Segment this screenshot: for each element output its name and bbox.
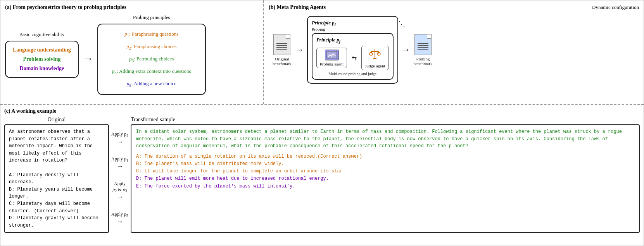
original-benchmark-icon: Originalbenchmark	[273, 34, 292, 66]
nested-dots: ⋱	[398, 20, 405, 28]
working-example-container: Original An astronomer observes that a p…	[4, 117, 640, 233]
principle-pi-label: Principle pi	[312, 20, 394, 27]
principle-5: p5: Adding a new choice	[127, 79, 176, 89]
principle-4: p4: Adding extra context into questions	[112, 67, 191, 76]
cognitive-item-2: Domain knowledge	[20, 65, 64, 72]
apply-p4-text: Apply p4	[111, 131, 128, 138]
answer-c: C: It will take longer for the planet to…	[136, 168, 634, 175]
answer-a: A: The duration of a single rotation on …	[136, 153, 634, 160]
part-c-container: (c) A working example Original An astron…	[4, 108, 640, 243]
cognitive-item-0: Language understanding	[13, 47, 71, 53]
meta-probing-container: Principle pi Probing Principle pj	[307, 16, 398, 84]
doc-lines	[274, 37, 290, 52]
transformed-question: In a distant solar system, astronomers d…	[136, 128, 634, 150]
part-b-header: (b) Meta Probing Agents Dynamic configur…	[269, 4, 639, 14]
original-text: An astronomer observes that a planet rot…	[9, 128, 104, 229]
doc-line-4	[276, 49, 287, 50]
principles-box: p1: Paraphrasing questions p2: Paraphras…	[97, 24, 206, 95]
dynamic-config-label: Dynamic configuration	[592, 4, 639, 10]
probing-doc-line-4	[418, 49, 428, 50]
probing-doc-shape	[414, 34, 432, 55]
probing-benchmark-label: Probingbenchmark	[414, 57, 433, 66]
arrows-column: Apply p4 → Apply p1 → Applyp2 & p3 → App…	[109, 117, 131, 233]
cognitive-label: Basic cognitive ability	[19, 31, 64, 38]
original-benchmark-label: Originalbenchmark	[273, 57, 292, 66]
original-label: Original	[48, 117, 66, 123]
answer-d: D: The planet will emit more heat due to…	[136, 175, 634, 182]
part-b: (b) Meta Probing Agents Dynamic configur…	[264, 0, 644, 104]
original-box: An astronomer observes that a planet rot…	[4, 124, 109, 233]
apply-p23-arrow: Applyp2 & p3 →	[112, 181, 127, 201]
original-doc-shape	[273, 34, 290, 55]
top-section: (a) From psychometrics theory to probing…	[0, 0, 644, 105]
principle-2: p2: Paraphrasing choices	[126, 42, 176, 52]
transformed-label: Transformed sample	[131, 117, 640, 123]
transformed-column: Transformed sample In a distant solar sy…	[131, 117, 640, 233]
answer-b: B: The planet's mass will be distributed…	[136, 160, 634, 168]
probing-agent-label: Probing agent	[320, 62, 344, 66]
part-a-title: (a) From psychometrics theory to probing…	[5, 4, 259, 10]
probing-doc-lines	[415, 37, 431, 52]
probing-doc-line-1	[418, 43, 428, 44]
multi-round-label: Multi-round probing and judge	[316, 72, 389, 76]
apply-p4-arrow: Apply p4 →	[111, 131, 128, 146]
probing-agent-box: Probing agent	[316, 48, 347, 68]
original-column: Original An astronomer observes that a p…	[4, 117, 109, 233]
arrow-to-principles: →	[83, 52, 93, 65]
cognitive-column: Basic cognitive ability Language underst…	[5, 31, 79, 78]
arrow-to-probing-benchmark: →	[401, 45, 411, 55]
arrow-to-meta: →	[295, 45, 304, 55]
doc-line-3	[276, 47, 287, 48]
principle-3: p3: Permuting choices	[129, 55, 174, 64]
principle-inner-box: Principle pj Probing age	[312, 33, 394, 80]
apply-p4-symbol: →	[116, 138, 123, 146]
cognitive-item-1: Problem solving	[23, 56, 61, 62]
apply-p5-symbol: →	[116, 218, 123, 226]
principle-outer-box: Principle pi Probing Principle pj	[307, 16, 398, 84]
probing-doc-line-2	[418, 45, 428, 46]
apply-p23-text: Applyp2 & p3	[112, 181, 127, 193]
apply-p1-symbol: →	[116, 162, 123, 170]
part-c-title: (c) A working example	[4, 108, 56, 114]
part-a-content: Basic cognitive ability Language underst…	[5, 14, 259, 95]
principle-1: p1: Paraphrasing questions	[124, 30, 178, 39]
cognitive-box: Language understanding Problem solving D…	[5, 41, 79, 78]
principle-pj-label: Principle pj	[316, 37, 389, 44]
apply-p23-symbol: →	[116, 193, 123, 201]
apply-p5-arrow: Apply p5 →	[111, 212, 128, 226]
probing-label-inner: Probing	[312, 27, 394, 31]
apply-p1-text: Apply p1	[111, 156, 128, 162]
double-arrow: ⇆	[352, 54, 357, 62]
agents-row: Probing agent ⇆	[316, 46, 389, 70]
probing-benchmark-icon: Probingbenchmark	[414, 34, 433, 66]
doc-line-1	[276, 43, 287, 44]
part-b-flow: Originalbenchmark → Principle pi Probing…	[269, 16, 639, 84]
principles-column: Probing principles p1: Paraphrasing ques…	[97, 14, 206, 95]
part-b-title: (b) Meta Probing Agents	[269, 4, 326, 10]
answer-e: E: The force exerted by the planet's mas…	[136, 183, 634, 190]
judge-icon	[368, 48, 382, 62]
bottom-section: (c) A working example Original An astron…	[0, 105, 644, 246]
probing-label: Probing principles	[133, 14, 170, 21]
probing-agent-icon	[325, 50, 339, 60]
transformed-box: In a distant solar system, astronomers d…	[131, 124, 640, 233]
judge-agent-box: Judge agent	[361, 46, 388, 70]
transformed-answers: A: The duration of a single rotation on …	[136, 153, 634, 190]
apply-p1-arrow: Apply p1 →	[111, 156, 128, 170]
part-c-title-row: (c) A working example	[4, 108, 640, 117]
probing-doc-line-3	[418, 47, 428, 48]
doc-line-2	[276, 45, 287, 46]
apply-p5-text: Apply p5	[111, 212, 128, 218]
part-a: (a) From psychometrics theory to probing…	[0, 0, 264, 104]
judge-agent-label: Judge agent	[365, 64, 385, 68]
main-container: (a) From psychometrics theory to probing…	[0, 0, 644, 246]
